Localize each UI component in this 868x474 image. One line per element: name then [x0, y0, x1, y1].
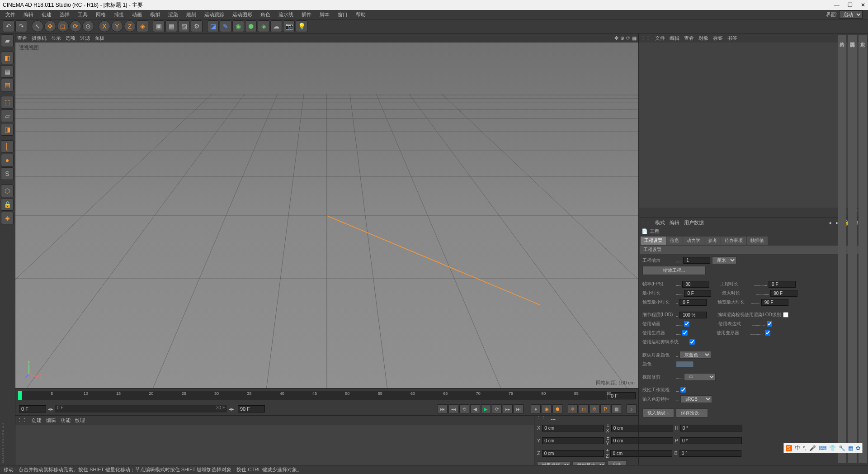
viewport-solo[interactable]: S	[1, 167, 14, 180]
workplane-lock[interactable]: 🔒	[1, 198, 14, 211]
menu-创建[interactable]: 创建	[38, 10, 55, 19]
ime-menu-icon[interactable]: ▦	[848, 445, 853, 451]
menu-渲染[interactable]: 渲染	[165, 10, 182, 19]
snap-toggle[interactable]: ⬡	[1, 185, 14, 197]
tab-信息[interactable]: 信息	[666, 237, 683, 245]
minimize-button[interactable]: —	[834, 2, 840, 8]
polygon-mode[interactable]: ◨	[1, 123, 14, 136]
menu-网格[interactable]: 网格	[92, 10, 109, 19]
attrmenu-用户数据[interactable]: 用户数据	[684, 219, 704, 226]
autokey-button[interactable]: ◉	[542, 404, 552, 413]
texture-mode[interactable]: ▦	[1, 65, 14, 78]
render-view[interactable]: ▣	[153, 20, 165, 32]
vpmenu-摄像机[interactable]: 摄像机	[32, 35, 47, 42]
vpmenu-显示[interactable]: 显示	[51, 35, 61, 42]
play-back-button[interactable]: ◀	[470, 404, 480, 413]
scale-input[interactable]	[683, 257, 710, 264]
deformers[interactable]: ◈	[258, 20, 269, 32]
keyframe-sel-button[interactable]: ⬢	[552, 404, 562, 413]
matmenu-编辑[interactable]: 编辑	[46, 417, 56, 424]
range-spinner-icon[interactable]: ◂▸	[48, 406, 53, 412]
viewport-nav-icon[interactable]: ✥	[614, 35, 618, 41]
anim-check[interactable]	[684, 321, 689, 327]
ime-tool-icon[interactable]: 🔧	[839, 445, 845, 451]
point-mode[interactable]: ⬚	[1, 96, 14, 109]
duration-input[interactable]	[769, 281, 796, 288]
rotate-tool[interactable]: ⟳	[70, 20, 81, 32]
nurbs-tool[interactable]: ◉	[232, 20, 244, 32]
pos-z-input[interactable]	[542, 450, 604, 457]
objmenu-对象[interactable]: 对象	[698, 35, 708, 42]
ime-lang[interactable]: 中	[795, 444, 800, 452]
range-slider[interactable]: 0 F 30 F	[55, 405, 227, 412]
save-preset-button[interactable]: 保存预设...	[676, 408, 708, 417]
object-tree[interactable]	[639, 43, 860, 208]
objmenu-编辑[interactable]: 编辑	[670, 35, 679, 42]
gen-check[interactable]	[682, 330, 688, 336]
select-tool[interactable]: ↖	[32, 20, 43, 32]
scale-unit-select[interactable]: 厘米	[712, 256, 736, 264]
expr-check[interactable]	[767, 321, 772, 327]
viewport-toggle-icon[interactable]: ▦	[632, 35, 637, 41]
cube-primitive[interactable]: ◪	[207, 20, 219, 32]
vpmenu-面板[interactable]: 面板	[94, 35, 104, 42]
viewport-rotate-icon[interactable]: ⟳	[626, 35, 630, 41]
ime-punct-icon[interactable]: °,	[803, 445, 807, 451]
menu-帮助[interactable]: 帮助	[352, 10, 369, 19]
mintime-input[interactable]	[684, 290, 711, 297]
coord-system[interactable]: ◈	[137, 20, 148, 32]
pos-y-input[interactable]	[542, 437, 604, 444]
menu-工具[interactable]: 工具	[74, 10, 91, 19]
key-param-button[interactable]: P	[600, 404, 610, 413]
menu-角色[interactable]: 角色	[257, 10, 274, 19]
frame-end-input[interactable]	[609, 392, 636, 399]
goto-prevkey-button[interactable]: ◂◂	[448, 404, 458, 413]
key-rot-button[interactable]: ⟳	[590, 404, 599, 413]
matmenu-纹理[interactable]: 纹理	[75, 417, 85, 424]
perspective-viewport[interactable]: 透视视图 Y X	[15, 43, 638, 388]
sidetab-构造[interactable]: 构造	[838, 35, 846, 463]
pos-x-input[interactable]	[542, 425, 604, 431]
key-pla-button[interactable]: ▦	[611, 404, 621, 413]
coord-grip-icon[interactable]: ⋮⋮	[536, 416, 546, 422]
grip-icon[interactable]: ⋮⋮	[17, 417, 27, 423]
key-pos-button[interactable]: ✥	[568, 404, 578, 413]
ime-mic-icon[interactable]: 🎤	[809, 445, 816, 451]
menu-动画[interactable]: 动画	[128, 10, 146, 19]
range-spinner2-icon[interactable]: ◂▸	[229, 406, 234, 412]
matmenu-创建[interactable]: 创建	[32, 417, 42, 424]
objmenu-书签[interactable]: 书签	[727, 35, 737, 42]
make-editable[interactable]: ▰	[1, 34, 14, 47]
range-start-input[interactable]	[19, 405, 46, 412]
pen-tool[interactable]: ✎	[220, 20, 231, 32]
preview-max-input[interactable]	[761, 299, 788, 306]
recent-tool[interactable]: ⊙	[82, 20, 94, 32]
tab-动力学[interactable]: 动力学	[683, 237, 704, 245]
environment[interactable]: ☁	[270, 20, 282, 32]
light-tool[interactable]: 💡	[296, 20, 307, 32]
maximize-button[interactable]: ❐	[848, 2, 853, 8]
matmenu-功能[interactable]: 功能	[61, 417, 71, 424]
goto-nextkey-button[interactable]: ▸▸	[503, 404, 513, 413]
scale-tool[interactable]: ◻	[57, 20, 69, 32]
range-end-input[interactable]	[238, 405, 265, 412]
objmenu-标签[interactable]: 标签	[713, 35, 723, 42]
sidetab-对象[interactable]: 对象	[859, 35, 867, 463]
next-frame-button[interactable]: ⟳	[492, 404, 502, 413]
redo-button[interactable]: ↷	[15, 20, 27, 32]
attrmenu-模式[interactable]: 模式	[655, 219, 665, 226]
motion-check[interactable]	[689, 339, 695, 345]
sidetab-内容浏览器[interactable]: 内容浏览器	[848, 35, 857, 463]
ime-skin-icon[interactable]: 👕	[829, 445, 836, 451]
material-list[interactable]	[15, 425, 534, 465]
close-button[interactable]: ✕	[861, 2, 865, 8]
goto-start-button[interactable]: ⏮	[438, 404, 448, 413]
axis-mode[interactable]: ⎣	[1, 140, 14, 153]
vpmenu-选项[interactable]: 选项	[66, 35, 75, 42]
menu-雕刻[interactable]: 雕刻	[183, 10, 200, 19]
menu-选择[interactable]: 选择	[56, 10, 73, 19]
fps-input[interactable]	[682, 281, 709, 288]
lod-input[interactable]	[679, 312, 707, 318]
scale-project-button[interactable]: 缩放工程...	[642, 266, 706, 275]
x-axis-lock[interactable]: X	[99, 20, 110, 32]
